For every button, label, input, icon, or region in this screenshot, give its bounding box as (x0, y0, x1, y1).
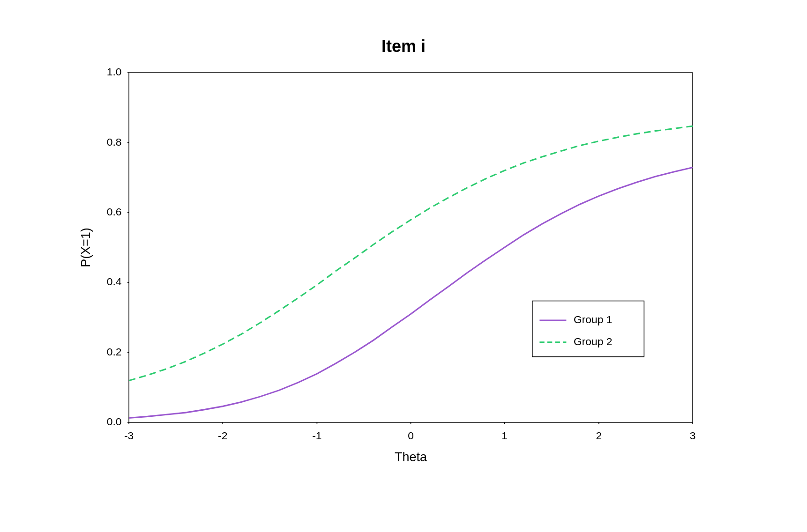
chart-svg: 0.0 0.2 0.4 0.6 0.8 1.0 P(X=1) -3 (75, 61, 732, 473)
y-axis-label: P(X=1) (79, 228, 93, 267)
legend-box (532, 301, 644, 357)
svg-rect-0 (129, 73, 693, 422)
legend-group1-label: Group 1 (574, 313, 612, 325)
chart-area: 0.0 0.2 0.4 0.6 0.8 1.0 P(X=1) -3 (75, 61, 732, 473)
x-tick--3: -3 (124, 429, 134, 442)
x-tick--2: -2 (218, 429, 227, 442)
x-tick-2: 2 (596, 429, 602, 442)
x-tick-1: 1 (501, 429, 508, 442)
y-tick-10: 1.0 (107, 66, 122, 78)
y-tick-0: 0.0 (107, 415, 122, 428)
legend-group2-label: Group 2 (574, 335, 612, 347)
y-tick-06: 0.6 (107, 206, 122, 218)
x-tick-0: 0 (408, 429, 414, 442)
y-tick-04: 0.4 (107, 275, 122, 288)
y-tick-08: 0.8 (107, 136, 122, 148)
chart-title: Item i (75, 37, 732, 56)
y-tick-02: 0.2 (107, 346, 122, 358)
x-axis-label: Theta (395, 450, 427, 464)
x-tick-3: 3 (690, 429, 696, 442)
x-tick--1: -1 (312, 429, 321, 442)
chart-container: Item i 0.0 0.2 0.4 0.6 0.8 1.0 (75, 37, 732, 495)
